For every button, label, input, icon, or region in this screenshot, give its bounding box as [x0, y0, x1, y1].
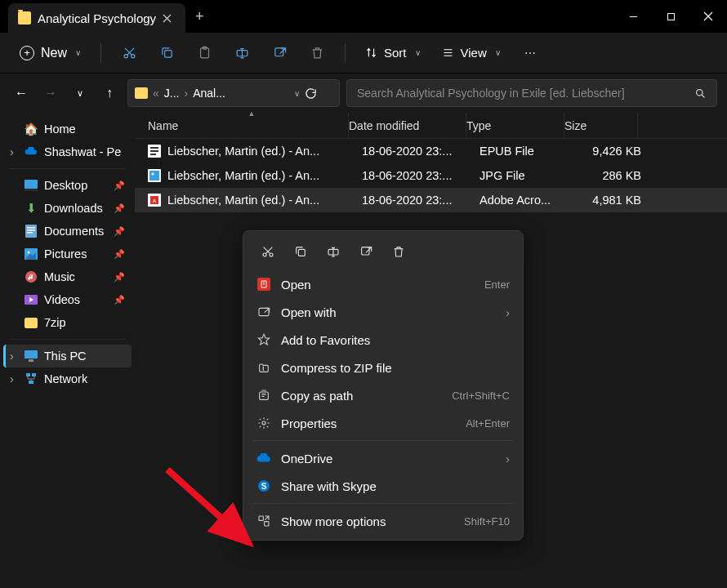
- recent-button[interactable]: ∨: [69, 88, 91, 99]
- up-button[interactable]: ↑: [98, 86, 121, 100]
- svg-rect-40: [260, 392, 269, 399]
- ctx-favorites[interactable]: Add to Favorites: [248, 326, 518, 354]
- file-date: 18-06-2020 23:...: [362, 145, 479, 158]
- svg-rect-29: [149, 171, 159, 180]
- share-button[interactable]: [263, 38, 296, 68]
- ctx-open[interactable]: Open Enter: [248, 270, 518, 298]
- sidebar-label: This PC: [44, 350, 87, 363]
- sidebar-item-pictures[interactable]: Pictures 📌: [3, 243, 132, 265]
- folder-icon: [18, 11, 31, 24]
- sidebar-item-downloads[interactable]: ⬇ Downloads 📌: [3, 197, 132, 220]
- pictures-icon: [25, 247, 38, 261]
- pdf-icon: [256, 277, 271, 292]
- file-date: 18-06-2020 23:...: [362, 194, 479, 207]
- cut-button[interactable]: [113, 38, 145, 68]
- sidebar-item-thispc[interactable]: This PC: [3, 345, 132, 368]
- refresh-button[interactable]: [305, 87, 332, 100]
- close-tab-icon[interactable]: [163, 14, 176, 23]
- new-tab-button[interactable]: +: [195, 8, 204, 25]
- context-menu: Open Enter Open with › Add to Favorites …: [243, 230, 524, 541]
- file-name: Liebscher, Martin (ed.) - An...: [167, 169, 362, 182]
- column-header-type[interactable]: Type: [466, 113, 564, 138]
- ctx-delete-button[interactable]: [384, 239, 413, 264]
- navbar: ← → ∨ ↑ « J... › Anal... ∨: [0, 74, 727, 113]
- ctx-cut-button[interactable]: [253, 239, 283, 264]
- ctx-share-button[interactable]: [351, 239, 381, 264]
- column-header-name[interactable]: ▲ Name: [148, 113, 349, 138]
- home-icon: 🏠: [25, 122, 38, 136]
- ctx-show-more[interactable]: Show more options Shift+F10: [248, 507, 518, 535]
- ctx-copy-path[interactable]: Copy as path Ctrl+Shift+C: [248, 381, 518, 409]
- download-icon: ⬇: [25, 202, 38, 215]
- sidebar-item-music[interactable]: Music 📌: [3, 265, 132, 288]
- rename-button[interactable]: [225, 38, 258, 68]
- ctx-rename-button[interactable]: [319, 239, 348, 264]
- sidebar-item-documents[interactable]: Documents 📌: [3, 220, 132, 243]
- chevron-down-icon: ∨: [415, 48, 421, 57]
- ctx-label: Show more options: [281, 514, 454, 528]
- view-button[interactable]: View ∨: [434, 46, 509, 60]
- new-button[interactable]: + New ∨: [11, 41, 89, 65]
- column-header-size[interactable]: Size: [564, 113, 638, 138]
- search-box[interactable]: [346, 79, 717, 107]
- column-header-date[interactable]: Date modified: [349, 113, 466, 138]
- file-size: 4,981 KB: [578, 194, 651, 207]
- ctx-copy-button[interactable]: [286, 239, 315, 264]
- breadcrumb-sep: «: [153, 87, 159, 100]
- ctx-label: Open: [281, 278, 475, 292]
- sort-label: Sort: [384, 46, 407, 60]
- forward-button[interactable]: →: [39, 86, 62, 100]
- pc-icon: [25, 350, 38, 363]
- window-tab[interactable]: Analytical Psychology: [8, 3, 185, 33]
- view-icon: [442, 47, 454, 59]
- toolbar: + New ∨ Sort ∨ View ∨ ⋯: [0, 33, 727, 74]
- sidebar-item-7zip[interactable]: 7zip: [3, 311, 132, 334]
- sidebar-item-onedrive[interactable]: Shashwat - Pe: [3, 140, 132, 163]
- search-icon[interactable]: [694, 87, 707, 100]
- ctx-skype[interactable]: S Share with Skype: [248, 472, 518, 500]
- back-button[interactable]: ←: [10, 86, 33, 100]
- ctx-open-with[interactable]: Open with ›: [248, 298, 518, 326]
- copy-button[interactable]: [150, 38, 183, 68]
- breadcrumb-part[interactable]: Anal...: [193, 87, 225, 100]
- file-row[interactable]: Liebscher, Martin (ed.) - An... 18-06-20…: [135, 139, 727, 163]
- svg-rect-20: [29, 359, 33, 362]
- maximize-button[interactable]: [652, 0, 689, 33]
- paste-button[interactable]: [188, 38, 221, 68]
- ctx-properties[interactable]: Properties Alt+Enter: [248, 409, 518, 437]
- ctx-onedrive[interactable]: OneDrive ›: [248, 444, 518, 472]
- more-button[interactable]: ⋯: [514, 38, 546, 68]
- sidebar-label: Desktop: [44, 179, 87, 192]
- sort-button[interactable]: Sort ∨: [357, 46, 429, 60]
- separator: [253, 440, 513, 441]
- ctx-label: Copy as path: [281, 389, 442, 403]
- sidebar-label: Shashwat - Pe: [44, 145, 121, 158]
- file-type: Adobe Acro...: [479, 194, 578, 207]
- ctx-label: Properties: [281, 416, 456, 430]
- svg-rect-35: [298, 249, 305, 256]
- ctx-label: Open with: [281, 305, 496, 319]
- svg-rect-27: [150, 154, 156, 155]
- open-with-icon: [256, 305, 271, 319]
- pin-icon: 📌: [114, 272, 125, 283]
- ctx-label: OneDrive: [281, 452, 496, 466]
- close-button[interactable]: [689, 0, 727, 33]
- breadcrumb-part[interactable]: J...: [164, 87, 180, 100]
- sidebar-label: Downloads: [44, 202, 103, 215]
- file-row[interactable]: Liebscher, Martin (ed.) - An... 18-06-20…: [135, 163, 727, 188]
- sidebar-item-home[interactable]: 🏠 Home: [3, 118, 132, 140]
- sidebar-item-network[interactable]: Network: [3, 368, 132, 390]
- ctx-hint: Shift+F10: [464, 515, 510, 528]
- ctx-compress[interactable]: Compress to ZIP file: [248, 354, 518, 381]
- file-row[interactable]: A Liebscher, Martin (ed.) - An... 18-06-…: [135, 188, 727, 212]
- minimize-button[interactable]: [614, 0, 652, 33]
- sidebar-item-videos[interactable]: Videos 📌: [3, 288, 132, 311]
- file-size: 286 KB: [578, 169, 651, 182]
- chevron-down-icon[interactable]: ∨: [294, 89, 300, 98]
- svg-point-41: [262, 421, 265, 425]
- sidebar-item-desktop[interactable]: Desktop 📌: [3, 174, 132, 197]
- delete-button[interactable]: [301, 38, 333, 68]
- star-icon: [256, 332, 271, 347]
- search-input[interactable]: [357, 87, 694, 100]
- address-bar[interactable]: « J... › Anal... ∨: [127, 79, 340, 107]
